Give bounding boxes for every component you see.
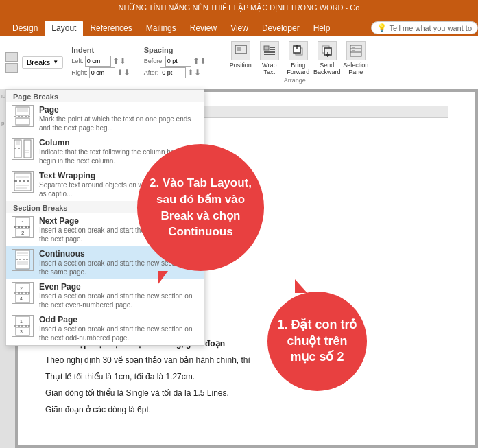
wrap-text-button[interactable]: WrapText [256,41,283,75]
content-para14: Theo nghị định 30 về soạn thảo văn bản h… [45,354,448,366]
lightbulb-icon: 💡 [377,23,387,32]
break-page-icon [12,105,34,127]
tab-view[interactable]: View [224,21,255,36]
breaks-label: Breaks [27,58,50,67]
position-label: Position [230,62,252,69]
spacing-label: Spacing [144,46,206,54]
breaks-button[interactable]: Breaks ▼ [22,56,63,69]
bubble-cursor-instruction: 1. Đặt con trỏ chuột trên mục số 2 [267,292,367,391]
break-continuous-icon [12,249,34,271]
break-even-page-text: Even Page Insert a section break and sta… [39,282,198,309]
arrange-label-bottom: Arrange [284,77,306,84]
tab-developer[interactable]: Developer [255,21,307,36]
svg-rect-50 [16,294,29,303]
title-text: NHỮNG TÍNH NĂNG NÊN THIẾT LẬP MẶC ĐỊNH T… [119,3,360,12]
content-para17: Giãn đoạn ở các dòng là 6pt. [45,403,448,416]
title-bar: NHỮNG TÍNH NĂNG NÊN THIẾT LẬP MẶC ĐỊNH T… [0,0,478,15]
svg-text:1: 1 [20,319,23,324]
view-toggle-2[interactable] [5,63,18,73]
svg-rect-25 [14,140,21,158]
break-page-text: Page Mark the point at which the text on… [39,105,198,132]
tell-me-text: Tell me what you want to [390,24,472,32]
arrange-group: Position WrapText BringForward SendBackw… [228,41,369,75]
svg-marker-14 [326,54,330,57]
send-backward-label: SendBackward [313,62,341,75]
break-odd-page-item[interactable]: 13 Odd Page Insert a section break and s… [6,312,204,345]
svg-rect-22 [16,118,29,125]
bubble-layout-instruction: 2. Vào Tab Layout, sau đó bấm vào Break … [137,144,264,271]
tab-mailings[interactable]: Mailings [139,21,183,36]
svg-rect-1 [237,47,241,51]
svg-rect-55 [16,327,29,335]
break-odd-page-text: Odd Page Insert a section break and star… [39,315,198,342]
tab-help[interactable]: Help [307,21,337,36]
bring-forward-label: BringForward [287,62,309,75]
svg-text:1: 1 [21,220,25,226]
tab-layout[interactable]: Layout [45,21,83,36]
wrap-text-label: WrapText [262,62,276,75]
svg-text:3: 3 [20,329,23,334]
break-even-page-item[interactable]: 24 Even Page Insert a section break and … [6,279,204,312]
break-next-page-icon: 12 [12,216,34,238]
svg-rect-48 [16,283,29,292]
view-toggle-1[interactable] [5,52,18,62]
indent-left-input[interactable] [85,56,111,67]
indent-label: Indent [71,46,130,54]
indent-right-input[interactable] [89,67,115,78]
svg-text:2: 2 [20,286,23,291]
svg-rect-18 [352,47,355,48]
svg-rect-53 [16,316,29,325]
break-even-page-icon: 24 [12,282,34,304]
content-para16: Giãn dòng tối thiểu là Single và tối đa … [45,387,448,399]
ribbon-tabs: Design Layout References Mailings Review… [0,15,478,36]
ribbon-content: Breaks ▼ Indent Left: ⬆⬇ Right: ⬆⬇ Spaci… [0,36,478,89]
svg-text:2: 2 [21,230,25,236]
tab-design[interactable]: Design [5,21,45,36]
tell-me-input[interactable]: 💡 Tell me what you want to [371,21,478,34]
tab-review[interactable]: Review [183,21,224,36]
break-text-wrap-icon [12,171,34,193]
position-button[interactable]: Position [228,41,254,75]
spacing-after-input[interactable] [160,67,186,78]
svg-rect-19 [352,50,355,51]
selection-pane-label: SelectionPane [343,62,368,75]
spacing-before-input[interactable] [165,56,191,67]
selection-pane-button[interactable]: SelectionPane [343,41,369,75]
break-column-icon [12,138,34,160]
breaks-arrow: ▼ [53,59,58,65]
tab-references[interactable]: References [83,21,139,36]
page-breaks-title: Page Breaks [6,90,204,102]
svg-text:4: 4 [20,296,23,301]
svg-rect-26 [24,140,31,158]
break-odd-page-icon: 13 [12,315,34,337]
content-para15: Thụt lề tối thiểu là 1cm, tối đa là 1.27… [45,370,448,383]
break-page-item[interactable]: Page Mark the point at which the text on… [6,102,204,135]
send-backward-button[interactable]: SendBackward [314,41,340,75]
bring-forward-button[interactable]: BringForward [285,41,311,75]
svg-rect-2 [264,46,269,50]
